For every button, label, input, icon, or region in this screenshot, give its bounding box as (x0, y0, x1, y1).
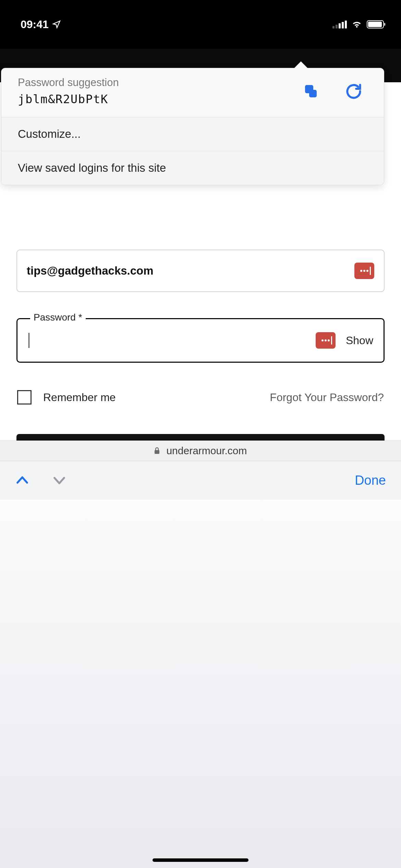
wifi-icon (352, 20, 362, 28)
battery-icon (367, 20, 384, 28)
svg-rect-1 (309, 90, 317, 97)
remember-forgot-row: Remember me Forgot Your Password? (16, 390, 385, 405)
domain-label: underarmour.com (166, 445, 247, 457)
time-label: 09:41 (21, 18, 49, 31)
password-suggestion-popover: Password suggestion jblm&R2UbPtK Customi… (1, 68, 384, 185)
status-right (332, 20, 384, 28)
password-suggestion-row[interactable]: Password suggestion jblm&R2UbPtK (1, 68, 384, 117)
suggestion-label: Password suggestion (18, 76, 301, 89)
password-manager-icon[interactable] (316, 332, 336, 349)
text-cursor (28, 333, 29, 348)
location-arrow-icon (52, 20, 61, 29)
email-field[interactable]: tips@gadgethacks.com (16, 250, 385, 292)
address-bar[interactable]: underarmour.com (0, 441, 401, 461)
lock-icon (154, 447, 160, 455)
copy-icon[interactable] (301, 82, 320, 101)
customize-button[interactable]: Customize... (1, 117, 384, 151)
show-password-button[interactable]: Show (346, 334, 373, 347)
password-label: Password * (30, 312, 86, 323)
remember-checkbox[interactable] (17, 390, 32, 405)
signal-icon (332, 20, 347, 28)
refresh-icon[interactable] (344, 82, 363, 101)
status-time: 09:41 (21, 18, 61, 31)
svg-rect-2 (155, 450, 159, 454)
password-manager-icon[interactable] (354, 263, 374, 279)
view-saved-logins-button[interactable]: View saved logins for this site (1, 151, 384, 185)
email-value: tips@gadgethacks.com (27, 264, 354, 277)
forgot-password-link[interactable]: Forgot Your Password? (270, 391, 384, 404)
keyboard-accessory: Done (0, 461, 401, 499)
status-bar: 09:41 (0, 0, 401, 49)
password-field[interactable]: Show (16, 318, 385, 363)
prev-field-button[interactable] (15, 473, 29, 487)
done-button[interactable]: Done (355, 473, 386, 488)
home-indicator[interactable] (153, 858, 248, 862)
remember-label: Remember me (43, 391, 116, 404)
suggested-password: jblm&R2UbPtK (18, 92, 301, 106)
password-field-wrap: Password * Show (16, 318, 385, 363)
keyboard-area (0, 499, 401, 868)
next-field-button[interactable] (52, 473, 66, 487)
